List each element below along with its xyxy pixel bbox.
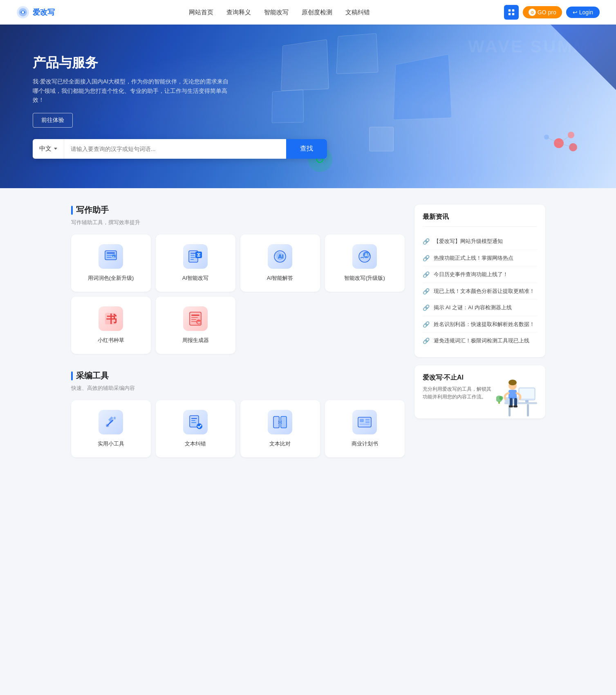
hero-title: 产品与服务 [33, 54, 327, 72]
svg-rect-3 [508, 9, 511, 11]
svg-point-74 [499, 396, 503, 400]
tool-xiaohongshu[interactable]: 书 小红书种草 [71, 297, 151, 354]
svg-rect-24 [190, 255, 195, 256]
nav-home[interactable]: 网站首页 [189, 9, 213, 16]
tool-ai-answer[interactable]: AI AI智能解答 [240, 234, 320, 292]
svg-rect-5 [508, 13, 511, 15]
editing-tools-title: 采编工具 [71, 370, 405, 381]
language-selector[interactable]: 中文 [33, 139, 64, 159]
news-item-6[interactable]: 🔗 避免违规词汇！极限词检测工具现已上线 [423, 333, 537, 349]
tool-useful-tools[interactable]: 实用小工具 [71, 400, 151, 457]
svg-rect-63 [360, 424, 370, 425]
news-item-2[interactable]: 🔗 今日历史事件查询功能上线了！ [423, 266, 537, 283]
svg-rect-76 [508, 390, 517, 399]
section-bar [71, 206, 73, 215]
news-item-4[interactable]: 🔗 揭示 AI 之谜：AI 内容检测器上线 [423, 299, 537, 316]
logo[interactable]: 爱改写 [16, 6, 55, 19]
news-item-5[interactable]: 🔗 姓名识别利器：快速提取和解析姓名数据！ [423, 316, 537, 333]
nav-proofread[interactable]: 文稿纠错 [345, 9, 370, 16]
tool-text-check[interactable]: 文本纠错 [156, 400, 235, 457]
editing-tools-grid: 实用小工具 文本纠错 [71, 400, 405, 457]
main-content: 写作助手 写作辅助工具，撰写效率提升 A [63, 188, 553, 490]
search-input[interactable] [64, 139, 286, 159]
svg-rect-68 [520, 389, 534, 398]
trial-button[interactable]: 前往体验 [33, 113, 73, 128]
news-card: 最新资讯 🔗 【爱改写】网站升级模型通知 🔗 热搜功能正式上线！掌握网络热点 🔗… [414, 205, 545, 357]
svg-rect-43 [191, 319, 196, 320]
tool-text-compare-icon [268, 410, 292, 434]
tool-business-plan[interactable]: 商业计划书 [325, 400, 405, 457]
svg-rect-54 [273, 416, 279, 428]
tool-smart-rewrite[interactable]: AI 智能改写(升级版) [325, 234, 405, 292]
promo-figure [496, 369, 541, 418]
link-icon-2: 🔗 [423, 271, 430, 278]
news-item-1[interactable]: 🔗 热搜功能正式上线！掌握网络热点 [423, 250, 537, 267]
svg-rect-17 [107, 255, 113, 256]
header-actions: ⊙ GO pro ↩ Login [504, 5, 600, 20]
tool-word-color-label: 用词润色(全新升级) [88, 274, 134, 282]
news-text-1: 热搜功能正式上线！掌握网络热点 [434, 254, 513, 262]
search-button[interactable]: 查找 [286, 139, 327, 159]
news-item-3[interactable]: 🔗 现已上线！文本颜色分析器让提取更精准！ [423, 283, 537, 300]
svg-rect-6 [512, 13, 514, 15]
header: 爱改写 网站首页 查询释义 智能改写 原创度检测 文稿纠错 ⊙ GO pro ↩… [0, 0, 616, 25]
link-icon-1: 🔗 [423, 255, 430, 261]
tool-weekly-report[interactable]: W 周报生成器 [156, 297, 235, 354]
login-button[interactable]: ↩ Login [566, 7, 600, 18]
tool-business-plan-icon [352, 410, 377, 434]
tool-text-compare[interactable]: 文本比对 [240, 400, 320, 457]
right-column: 最新资讯 🔗 【爱改写】网站升级模型通知 🔗 热搜功能正式上线！掌握网络热点 🔗… [414, 205, 545, 474]
editing-tools-subtitle: 快速、高效的辅助采编内容 [71, 385, 405, 392]
svg-rect-16 [107, 252, 115, 254]
news-text-2: 今日历史事件查询功能上线了！ [434, 270, 508, 279]
svg-rect-44 [191, 321, 197, 322]
writing-tools-grid: A 用词润色(全新升级) [71, 234, 405, 354]
logo-text: 爱改写 [33, 7, 55, 17]
writing-tools-subtitle: 写作辅助工具，撰写效率提升 [71, 219, 405, 226]
writing-tools-title: 写作助手 [71, 205, 405, 216]
hero-banner: WAVE SUMMIT ↺ 产品与服务 我·爱改写已经全面接入国内AI大模型，作… [0, 25, 616, 188]
search-bar: 中文 查找 [33, 139, 327, 159]
news-item-0[interactable]: 🔗 【爱改写】网站升级模型通知 [423, 233, 537, 250]
svg-rect-4 [512, 9, 514, 11]
svg-point-28 [198, 254, 199, 256]
svg-rect-50 [191, 418, 197, 419]
nav-rewrite[interactable]: 智能改写 [264, 9, 289, 16]
svg-rect-42 [191, 317, 198, 318]
svg-text:A: A [113, 256, 115, 258]
promo-subtitle: 充分利用爱改写的工具，解锁其功能并利用您的内容工作流。 [423, 385, 491, 401]
tool-ai-answer-icon: AI [268, 244, 292, 269]
tool-xiaohongshu-label: 小红书种草 [98, 337, 124, 344]
hero-subtitle: 我·爱改写已经全面接入国内AI大模型，作为你的智能伙伴，无论您的需求来自哪个领域… [33, 77, 229, 104]
tool-ai-rewrite[interactable]: AI智能改写 [156, 234, 235, 292]
svg-rect-79 [509, 405, 513, 407]
svg-text:书: 书 [106, 313, 117, 325]
svg-rect-52 [191, 422, 196, 423]
svg-rect-78 [514, 398, 517, 406]
tool-smart-rewrite-icon: AI [352, 244, 377, 269]
svg-point-2 [22, 11, 24, 13]
svg-rect-23 [190, 253, 196, 254]
tool-weekly-report-icon: W [183, 306, 208, 331]
svg-rect-26 [190, 259, 194, 260]
svg-rect-80 [513, 405, 517, 407]
promo-card: 爱改写·不止AI 充分利用爱改写的工具，解锁其功能并利用您的内容工作流。 [414, 365, 545, 418]
svg-rect-56 [281, 416, 287, 428]
link-icon-3: 🔗 [423, 288, 430, 295]
svg-rect-18 [107, 257, 112, 258]
nav-query[interactable]: 查询释义 [226, 9, 251, 16]
apps-button[interactable] [504, 5, 519, 20]
news-text-0: 【爱改写】网站升级模型通知 [434, 237, 503, 245]
go-pro-button[interactable]: ⊙ GO pro [523, 6, 562, 18]
news-text-5: 姓名识别利器：快速提取和解析姓名数据！ [434, 320, 535, 328]
writing-tools-section: 写作助手 写作辅助工具，撰写效率提升 A [71, 205, 405, 354]
svg-text:W: W [197, 321, 201, 324]
tool-word-color[interactable]: A 用词润色(全新升级) [71, 234, 151, 292]
svg-rect-69 [525, 400, 529, 403]
tool-smart-rewrite-label: 智能改写(升级版) [344, 274, 385, 282]
link-icon-4: 🔗 [423, 304, 430, 311]
nav-originality[interactable]: 原创度检测 [302, 9, 332, 16]
left-column: 写作助手 写作辅助工具，撰写效率提升 A [71, 205, 405, 474]
svg-point-81 [508, 380, 517, 385]
tool-ai-answer-label: AI智能解答 [267, 274, 293, 282]
